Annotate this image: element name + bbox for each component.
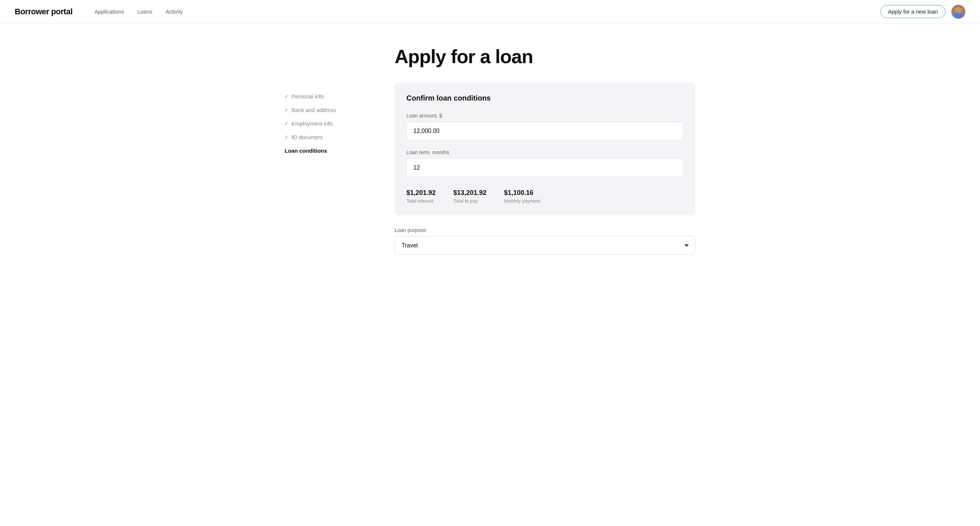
loan-purpose-label: Loan purpose bbox=[395, 227, 695, 233]
loan-amount-label: Loan amount, $ bbox=[406, 113, 684, 119]
loan-purpose-section: Loan purpose Travel Home improvement Med… bbox=[395, 227, 695, 255]
check-icon-personal: ✓ bbox=[285, 94, 289, 99]
sidebar-item-employment[interactable]: ✓ Employment info bbox=[285, 117, 365, 130]
loan-term-label: Loan term, months bbox=[406, 150, 684, 155]
nav-loans[interactable]: Loans bbox=[137, 8, 152, 15]
stat-label-total-pay: Total to pay bbox=[453, 198, 486, 204]
stats-row: $1,201.92 Total interest $13,201.92 Tota… bbox=[406, 189, 684, 204]
page-title: Apply for a loan bbox=[395, 46, 695, 67]
check-icon-bank: ✓ bbox=[285, 107, 289, 113]
sidebar-label-personal: Personal info bbox=[291, 93, 324, 99]
sidebar-label-employment: Employment info bbox=[291, 120, 332, 127]
sidebar-item-loan-conditions[interactable]: Loan conditions bbox=[285, 144, 365, 158]
stat-total-interest: $1,201.92 Total interest bbox=[406, 189, 436, 204]
loan-term-input[interactable] bbox=[406, 158, 684, 177]
stat-value-interest: $1,201.92 bbox=[406, 189, 436, 197]
loan-amount-input[interactable] bbox=[406, 121, 684, 140]
loan-purpose-select[interactable]: Travel Home improvement Medical Educatio… bbox=[395, 236, 695, 255]
sidebar-item-bank-address[interactable]: ✓ Bank and address bbox=[285, 103, 365, 117]
stat-value-monthly: $1,100.16 bbox=[504, 189, 540, 197]
sidebar: ✓ Personal info ✓ Bank and address ✓ Emp… bbox=[285, 46, 365, 255]
nav-activity[interactable]: Activity bbox=[165, 8, 183, 15]
stat-label-interest: Total interest bbox=[406, 198, 436, 204]
stat-label-monthly: Monthly payment bbox=[504, 198, 540, 204]
stat-monthly-payment: $1,100.16 Monthly payment bbox=[504, 189, 540, 204]
confirm-loan-card: Confirm loan conditions Loan amount, $ L… bbox=[395, 82, 695, 215]
check-icon-employment: ✓ bbox=[285, 121, 289, 126]
sidebar-label-loan-conditions: Loan conditions bbox=[285, 148, 327, 154]
check-icon-id: ✓ bbox=[285, 134, 289, 140]
sidebar-label-bank: Bank and address bbox=[291, 107, 336, 113]
loan-purpose-select-wrapper: Travel Home improvement Medical Educatio… bbox=[395, 236, 695, 255]
stat-value-total-pay: $13,201.92 bbox=[453, 189, 486, 197]
sidebar-item-id-document[interactable]: ✓ ID document bbox=[285, 130, 365, 144]
header-right: Apply for a new loan bbox=[880, 5, 965, 19]
user-avatar[interactable] bbox=[951, 5, 965, 19]
sidebar-label-id: ID document bbox=[291, 134, 323, 140]
main-nav: Applications Loans Activity bbox=[95, 8, 881, 15]
main-content: Apply for a loan Confirm loan conditions… bbox=[365, 46, 695, 255]
nav-applications[interactable]: Applications bbox=[95, 8, 124, 15]
card-title: Confirm loan conditions bbox=[406, 94, 684, 102]
sidebar-item-personal-info[interactable]: ✓ Personal info bbox=[285, 89, 365, 103]
site-logo: Borrower portal bbox=[15, 7, 73, 16]
page-container: ✓ Personal info ✓ Bank and address ✓ Emp… bbox=[270, 24, 710, 277]
apply-new-loan-button[interactable]: Apply for a new loan bbox=[880, 5, 945, 18]
stat-total-pay: $13,201.92 Total to pay bbox=[453, 189, 486, 204]
